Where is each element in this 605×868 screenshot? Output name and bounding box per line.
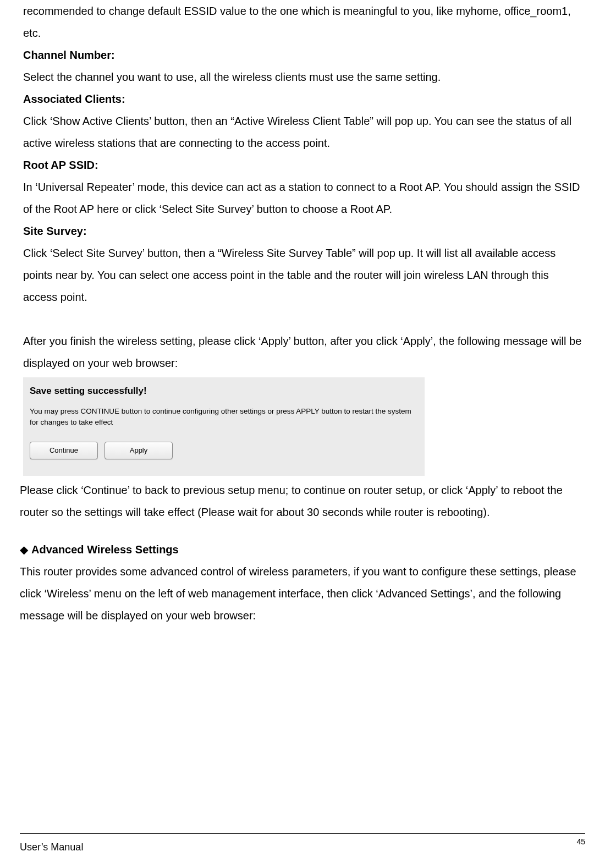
footer-title: User’s Manual [20,837,83,857]
advanced-wireless-text: This router provides some advanced contr… [20,561,585,627]
dialog-body-text: You may press CONTINUE button to continu… [30,406,418,428]
root-ap-ssid-text: In ‘Universal Repeater’ mode, this devic… [23,176,585,220]
apply-button[interactable]: Apply [105,442,173,459]
page-footer: User’s Manual 45 [20,833,585,857]
diamond-bullet-icon: ◆ [20,539,28,561]
associated-clients-heading: Associated Clients: [23,88,585,110]
continue-button[interactable]: Continue [30,442,98,459]
apply-note-text: After you finish the wireless setting, p… [23,330,585,374]
channel-number-text: Select the channel you want to use, all … [23,66,585,88]
post-dialog-text: Please click ‘Continue’ to back to previ… [20,479,585,523]
associated-clients-text: Click ‘Show Active Clients’ button, then… [23,110,585,154]
root-ap-ssid-heading: Root AP SSID: [23,154,585,176]
site-survey-text: Click ‘Select Site Survey’ button, then … [23,242,585,308]
site-survey-heading: Site Survey: [23,220,585,242]
page-number: 45 [576,834,585,849]
advanced-wireless-heading: Advanced Wireless Settings [31,539,179,561]
save-setting-dialog: Save setting successfully! You may press… [23,377,425,476]
intro-text: recommended to change default ESSID valu… [23,0,585,44]
dialog-title: Save setting successfully! [30,382,418,400]
channel-number-heading: Channel Number: [23,44,585,66]
